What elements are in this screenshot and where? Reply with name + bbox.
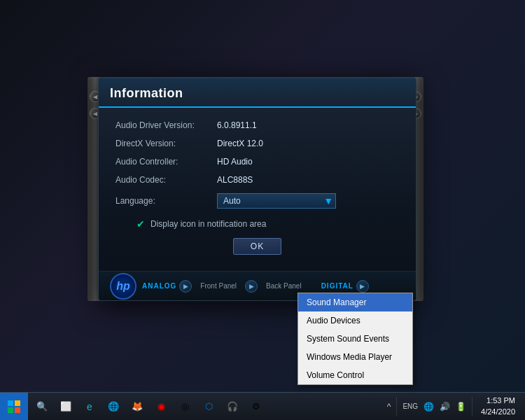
language-select-wrapper: Auto ▼ — [217, 193, 336, 209]
hp-logo: hp — [110, 273, 136, 300]
taskbar-headset-icon[interactable]: 🎧 — [221, 396, 244, 418]
back-panel-port-btn[interactable]: ▶ — [245, 280, 258, 293]
dialog-title: Information — [110, 86, 183, 100]
system-tray-context-menu: Sound Manager Audio Devices System Sound… — [298, 293, 413, 385]
dialog-content: Audio Driver Version: 6.0.8911.1 DirectX… — [99, 108, 416, 269]
back-panel-label: Back Panel — [266, 282, 302, 290]
checkbox-checked-icon: ✔ — [136, 218, 145, 230]
controller-label: Audio Controller: — [115, 157, 217, 167]
tray-battery-icon[interactable]: 🔋 — [454, 400, 468, 413]
analog-label: ANALOG — [142, 282, 176, 290]
directx-label: DirectX Version: — [115, 139, 217, 148]
info-row-driver: Audio Driver Version: 6.0.8911.1 — [115, 116, 399, 134]
tray-separator — [396, 397, 397, 416]
codec-label: Audio Codec: — [115, 175, 217, 185]
context-menu-item-system-sound[interactable]: System Sound Events — [298, 330, 412, 348]
tray-network-icon[interactable]: 🌐 — [422, 400, 435, 413]
digital-port-icon: ▶ — [360, 283, 365, 290]
info-row-codec: Audio Codec: ALC888S — [115, 171, 399, 189]
hp-audio-dialog: Information Audio Driver Version: 6.0.89… — [98, 77, 416, 301]
taskbar-search-icon[interactable]: 🔍 — [31, 396, 53, 418]
tray-chevron-icon[interactable]: ^ — [386, 400, 393, 413]
directx-value: DirectX 12.0 — [217, 139, 263, 148]
context-menu-item-audio-devices[interactable]: Audio Devices — [298, 312, 412, 330]
driver-value: 6.0.8911.1 — [217, 120, 257, 130]
front-port-icon: ▶ — [183, 283, 188, 290]
taskbar-opera-icon[interactable]: ◉ — [150, 396, 172, 418]
taskbar-task-view-icon[interactable]: ⬜ — [55, 396, 77, 418]
digital-label: DIGITAL — [321, 282, 354, 290]
svg-rect-3 — [15, 407, 20, 413]
taskbar-settings-icon[interactable]: ⚙ — [245, 396, 267, 418]
start-button[interactable] — [0, 393, 28, 421]
taskbar-tray: ^ ENG 🌐 🔊 🔋 1:53 PM 4/24/2020 — [380, 396, 525, 417]
language-label: Language: — [115, 196, 217, 206]
context-menu-item-sound-manager[interactable]: Sound Manager — [298, 293, 412, 312]
taskbar-clock[interactable]: 1:53 PM 4/24/2020 — [477, 396, 519, 417]
context-menu-item-volume-control[interactable]: Volume Control — [298, 366, 412, 384]
dialog-header: Information — [99, 78, 416, 108]
tray-volume-icon[interactable]: 🔊 — [438, 400, 451, 413]
context-menu-item-media-player[interactable]: Windows Media Player — [298, 348, 412, 366]
codec-value: ALC888S — [217, 175, 253, 185]
windows-logo-icon — [8, 400, 20, 413]
info-row-controller: Audio Controller: HD Audio — [115, 153, 399, 171]
taskbar-ie-icon[interactable]: 🌐 — [102, 396, 125, 418]
taskbar-icons: 🔍 ⬜ e 🌐 🦊 ◉ ◎ ⬡ 🎧 ⚙ — [28, 396, 380, 418]
checkbox-label: Display icon in notification area — [150, 219, 266, 229]
language-row: Language: Auto ▼ — [115, 189, 399, 213]
language-select[interactable]: Auto — [217, 193, 336, 209]
digital-port-btn[interactable]: ▶ — [356, 280, 369, 293]
taskbar-edge2-icon[interactable]: ⬡ — [197, 396, 220, 418]
taskbar-date-display: 4/24/2020 — [481, 407, 515, 417]
tray-keyboard-icon[interactable]: ENG — [401, 401, 419, 412]
taskbar: 🔍 ⬜ e 🌐 🦊 ◉ ◎ ⬡ 🎧 ⚙ ^ ENG 🌐 🔊 🔋 1:53 PM … — [0, 392, 525, 420]
svg-rect-2 — [8, 407, 13, 413]
taskbar-time-display: 1:53 PM — [481, 396, 515, 406]
ok-button-row: OK — [115, 235, 399, 260]
tray-separator-2 — [472, 397, 472, 416]
taskbar-edge-icon[interactable]: e — [78, 396, 101, 418]
notification-checkbox-row: ✔ Display icon in notification area — [115, 213, 399, 235]
svg-rect-0 — [8, 400, 13, 406]
desktop: ◀ ◀ ▶ ▶ Information Audio Driver Version… — [0, 0, 525, 420]
info-row-directx: DirectX Version: DirectX 12.0 — [115, 134, 399, 153]
front-panel-port-btn[interactable]: ▶ — [179, 280, 192, 293]
front-panel-label: Front Panel — [200, 282, 237, 290]
taskbar-chrome-icon[interactable]: ◎ — [174, 396, 196, 418]
taskbar-firefox-icon[interactable]: 🦊 — [126, 396, 148, 418]
driver-label: Audio Driver Version: — [115, 120, 217, 130]
back-port-icon: ▶ — [249, 283, 254, 290]
svg-rect-1 — [15, 400, 20, 406]
controller-value: HD Audio — [217, 157, 253, 167]
ok-button[interactable]: OK — [233, 238, 281, 255]
analog-section: ANALOG ▶ Front Panel ▶ Back Panel — [142, 280, 307, 293]
